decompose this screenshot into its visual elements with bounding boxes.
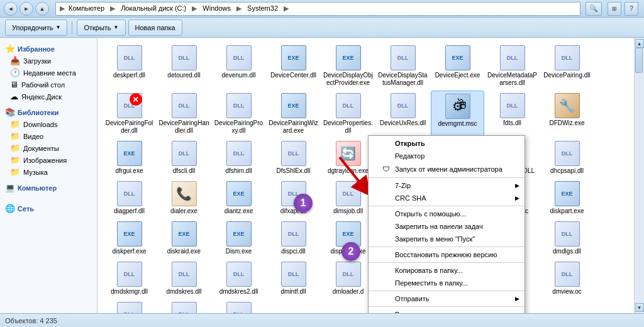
bc-system32[interactable]: System32	[247, 4, 278, 12]
file-icon: EXE	[117, 221, 142, 247]
file-item[interactable]: DLL dnsapi.dll	[157, 299, 211, 313]
sidebar-item-yandex[interactable]: ☁ Яндекс.Диск	[0, 91, 97, 103]
file-item[interactable]: 📞 dialer.exe	[157, 179, 211, 218]
file-item[interactable]: EXE diskraid.exe	[157, 219, 211, 258]
context-menu-item[interactable]: Открыть	[369, 137, 525, 150]
file-item[interactable]: DLL dmdskres.dll	[157, 259, 211, 298]
file-item[interactable]: ⚙ 🖱 devmgmt.msc	[431, 91, 484, 137]
sidebar-item-downloads[interactable]: 📥 Загрузки	[0, 55, 97, 67]
file-item[interactable]: DLL fdts.dll	[486, 91, 539, 137]
file-item[interactable]: EXE DeviceEject.exe	[431, 43, 484, 89]
ctx-item-label: Вырезать	[395, 311, 426, 313]
file-item[interactable]: 🔧 DFDWiz.exe	[540, 91, 594, 137]
file-item[interactable]: DLL DeviceProperties.dll	[321, 91, 375, 137]
file-item[interactable]: DLL dhcpsapi.dll	[540, 138, 594, 177]
organize-button[interactable]: Упорядочить ▼	[5, 19, 67, 36]
file-icon: DLL	[281, 141, 306, 166]
file-item[interactable]: DLL diagperf.dll	[103, 179, 156, 218]
context-menu-item[interactable]: Копировать в папку...	[369, 264, 525, 277]
file-item[interactable]: DLL dmdlgs.dll	[540, 219, 594, 258]
context-menu-item[interactable]: Вырезать	[369, 308, 525, 313]
file-item[interactable]: DLL deskperf.dll	[103, 43, 156, 89]
file-item[interactable]: DLL DevicePairingProxy.dll	[212, 91, 265, 137]
file-label: dimsjob.dll	[333, 208, 363, 215]
context-menu-item[interactable]: 7-Zip	[369, 179, 525, 192]
file-item[interactable]: DLL dmloader.d	[321, 259, 375, 298]
bc-disk[interactable]: Локальный диск (C:)	[121, 4, 186, 12]
context-menu-item[interactable]: Закрепить в меню "Пуск"	[369, 233, 525, 245]
file-item[interactable]: DLL dmdskres2.dll	[212, 259, 265, 298]
file-item[interactable]: DLL devenum.dll	[212, 43, 265, 89]
file-label: diantz.exe	[225, 208, 253, 215]
sidebar-item-recent[interactable]: 🕐 Недавние места	[0, 67, 97, 79]
file-item[interactable]: DLL difxapi.dll	[267, 179, 320, 218]
context-menu-item[interactable]: Восстановить прежнюю версию	[369, 248, 525, 261]
context-menu-item[interactable]: Переместить в папку...	[369, 277, 525, 289]
file-item[interactable]: 🔄 dgtrayicon.exe	[321, 138, 375, 177]
sidebar-item-lib-images[interactable]: 📁 Изображения	[0, 154, 97, 166]
file-label: DeviceDisplayObjectProvider.exe	[323, 72, 374, 87]
context-menu-item[interactable]: CRC SHA	[369, 192, 525, 204]
sidebar-item-lib-music[interactable]: 📁 Музыка	[0, 166, 97, 178]
file-item[interactable]: DLL DeviceDisplayStatusManager.dll	[376, 43, 430, 89]
file-item[interactable]: EXE DevicePairingWizard.exe	[267, 91, 320, 137]
context-menu-separator	[369, 177, 525, 178]
file-item[interactable]: DLL dimsjob.dll	[321, 179, 375, 218]
context-menu-item[interactable]: Редактор	[369, 150, 525, 162]
view-icon-btn[interactable]: ⊞	[608, 2, 621, 16]
context-menu-item[interactable]: Отправить	[369, 292, 525, 305]
file-icon: 🔄	[336, 141, 361, 166]
file-item[interactable]: DLL dfscli.dll	[157, 138, 211, 177]
scroll-thumb[interactable]	[635, 48, 643, 73]
back-button[interactable]: ◄	[4, 2, 18, 16]
open-button[interactable]: Открыть ▼	[77, 19, 125, 36]
context-menu-item[interactable]: Открыть с помощью...	[369, 208, 525, 220]
file-item[interactable]: DLL dmview.oc	[540, 259, 594, 298]
file-item[interactable]: EXE dfrgui.exe	[103, 138, 156, 177]
right-scrollbar[interactable]: ▲ ▼	[634, 38, 644, 313]
scroll-up-btn[interactable]: ▲	[635, 39, 644, 48]
file-item[interactable]: DLL ✕ DevicePairingFolder.dll	[103, 91, 156, 137]
file-item[interactable]: DLL DevicePairingHandler.dll	[157, 91, 211, 137]
sidebar-item-lib-video[interactable]: 📁 Видео	[0, 130, 97, 142]
file-icon: DLL	[117, 45, 142, 70]
file-label: diagperf.dll	[114, 208, 145, 215]
address-bar[interactable]: ▶ Компьютер ▶ Локальный диск (C:) ▶ Wind…	[55, 2, 580, 16]
file-item[interactable]: EXE diantz.exe	[212, 179, 265, 218]
file-item[interactable]: DLL dfshim.dll	[212, 138, 265, 177]
sidebar-item-desktop[interactable]: 🖥 Рабочий стол	[0, 79, 97, 91]
file-icon: DLL	[117, 262, 142, 287]
forward-button[interactable]: ►	[19, 2, 33, 16]
file-item[interactable]: DLL DeviceUxRes.dll	[376, 91, 430, 137]
sidebar-item-lib-docs[interactable]: 📁 Документы	[0, 142, 97, 154]
file-item[interactable]: EXE diskperf.exe	[103, 219, 156, 258]
context-menu: ОткрытьРедактор🛡Запуск от имени админист…	[368, 135, 525, 313]
bc-computer[interactable]: Компьютер	[69, 4, 104, 12]
file-item[interactable]: EXE DeviceCenter.dll	[267, 43, 320, 89]
scroll-track[interactable]	[635, 48, 644, 303]
file-item[interactable]: DLL DfsShlEx.dll	[267, 138, 320, 177]
file-item[interactable]: DLL dispci.dll	[267, 219, 320, 258]
new-folder-button[interactable]: Новая папка	[128, 19, 182, 36]
context-menu-item[interactable]: Закрепить на панели задач	[369, 220, 525, 233]
file-item[interactable]: DLL DevicePairing.dll	[540, 43, 594, 89]
file-item[interactable]: DLL dnscache	[212, 299, 265, 313]
file-item[interactable]: DLL DeviceMetadataParsers.dll	[486, 43, 539, 89]
file-item[interactable]: DLL dmdskmgr.dll	[103, 259, 156, 298]
sidebar-item-lib-downloads[interactable]: 📁 Downloads	[0, 118, 97, 130]
bc-windows[interactable]: Windows	[203, 4, 231, 12]
file-item[interactable]: EXE diskpart.exe	[540, 179, 594, 218]
file-label: dmintf.dll	[280, 288, 306, 296]
file-item[interactable]: DLL detoured.dll	[157, 43, 211, 89]
step-1-circle: 1	[294, 194, 313, 213]
search-button[interactable]: 🔍	[586, 2, 602, 16]
file-item[interactable]: EXE DeviceDisplayObjectProvider.exe	[321, 43, 375, 89]
help-btn[interactable]: ?	[625, 2, 638, 16]
scroll-down-btn[interactable]: ▼	[635, 303, 644, 312]
file-item[interactable]: EXE Dism.exe	[212, 219, 265, 258]
file-item[interactable]: DLL dmvscres.dll	[103, 299, 156, 313]
context-menu-item[interactable]: 🛡Запуск от имени администратора	[369, 162, 525, 176]
up-button[interactable]: ▲	[35, 2, 49, 16]
file-label: dmdskres2.dll	[219, 288, 258, 296]
file-item[interactable]: DLL dmintf.dll	[267, 259, 320, 298]
